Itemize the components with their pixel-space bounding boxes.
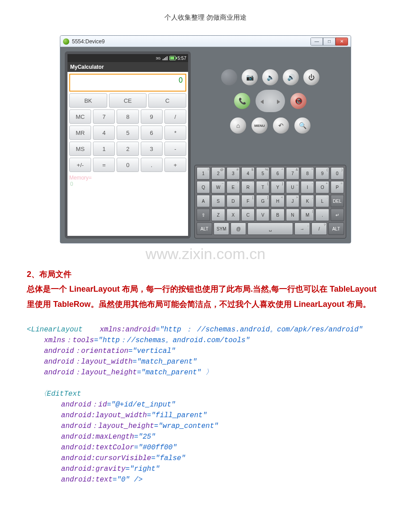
key-P[interactable]: P=: [331, 181, 344, 193]
call-button[interactable]: 📞: [234, 93, 250, 109]
hw-keyboard: 1!2@3#4$5%6^7&8*9(0)QW~E"R'T{Y}U_I-O+P=A…: [194, 165, 346, 239]
calc-button-7[interactable]: 7: [93, 109, 115, 124]
calc-button-BK[interactable]: BK: [69, 93, 107, 108]
key-⇧[interactable]: ⇧: [197, 209, 210, 221]
key-SYM[interactable]: SYM: [214, 222, 229, 235]
key-7[interactable]: 7&: [286, 167, 299, 180]
key-Q[interactable]: Q: [197, 181, 210, 193]
titlebar: 5554:Device9 — □ ✕: [60, 36, 351, 47]
key-.[interactable]: .: [315, 209, 329, 221]
spacer: [221, 69, 237, 85]
key-ALT[interactable]: ALT: [328, 222, 344, 235]
key-2[interactable]: 2@: [211, 167, 225, 180]
key-8[interactable]: 8*: [301, 167, 314, 180]
calc-button-6[interactable]: 6: [141, 126, 163, 140]
calc-button-4[interactable]: 4: [93, 126, 115, 140]
key-K[interactable]: K;: [301, 195, 314, 207]
calc-button-MS[interactable]: MS: [69, 142, 91, 156]
key-→[interactable]: →,: [294, 222, 310, 235]
key-T[interactable]: T{: [256, 181, 269, 193]
calc-button-x[interactable]: *: [164, 126, 186, 140]
key-5[interactable]: 5%: [256, 167, 269, 180]
key-6[interactable]: 6^: [271, 167, 284, 180]
network-icon: 3G: [156, 56, 161, 60]
minimize-button[interactable]: —: [310, 38, 323, 46]
calc-button-xxx[interactable]: +/-: [69, 158, 91, 172]
key-3[interactable]: 3#: [226, 167, 240, 180]
key-R[interactable]: R': [241, 181, 255, 193]
key-X[interactable]: X: [226, 209, 240, 221]
key-L[interactable]: L:: [315, 195, 329, 207]
key-M[interactable]: M|: [301, 209, 314, 221]
key-/[interactable]: /?: [311, 222, 327, 235]
key-H[interactable]: H<: [271, 195, 284, 207]
key-O[interactable]: O+: [315, 181, 329, 193]
key-Y[interactable]: Y}: [271, 181, 284, 193]
key-E[interactable]: E": [226, 181, 240, 193]
calc-display[interactable]: 0: [69, 74, 186, 92]
emulator-window: 5554:Device9 — □ ✕ 3G 5:57 MyCalculator …: [60, 35, 351, 243]
key-Z[interactable]: Z: [211, 209, 225, 221]
key-W[interactable]: W~: [211, 181, 225, 193]
key-ALT[interactable]: ALT: [197, 222, 212, 235]
key-0[interactable]: 0): [331, 167, 344, 180]
calc-button-1[interactable]: 1: [93, 142, 115, 156]
key-1[interactable]: 1!: [197, 167, 210, 180]
menu-button[interactable]: MENU: [252, 117, 268, 134]
volume-down-button[interactable]: 🔈: [262, 69, 278, 85]
window-title: 5554:Device9: [72, 38, 105, 45]
section-title: 2、布局文件: [27, 267, 384, 282]
key-J[interactable]: J>: [286, 195, 299, 207]
key-V[interactable]: V: [256, 209, 269, 221]
key-C[interactable]: C: [241, 209, 255, 221]
key-U[interactable]: U_: [286, 181, 299, 193]
calc-button-3[interactable]: 3: [141, 142, 163, 156]
close-button[interactable]: ✕: [336, 38, 348, 46]
calc-button-2[interactable]: 2: [117, 142, 138, 156]
calc-button-5[interactable]: 5: [117, 126, 138, 140]
calc-button-x[interactable]: =: [93, 158, 115, 172]
memory-value: 0: [70, 181, 186, 187]
end-call-button[interactable]: 📵: [290, 93, 306, 109]
camera-button[interactable]: 📷: [242, 69, 258, 85]
search-button[interactable]: 🔍: [294, 117, 310, 134]
device-frame: 3G 5:57 MyCalculator 0 BKCECMC789/MR456*…: [65, 51, 191, 239]
calc-button-0[interactable]: 0: [117, 158, 138, 172]
back-button[interactable]: ↶: [273, 117, 289, 134]
battery-icon: [169, 56, 176, 60]
key-F[interactable]: F[: [241, 195, 255, 207]
volume-up-button[interactable]: 🔊: [283, 69, 299, 85]
key-G[interactable]: G]: [256, 195, 269, 207]
key-␣[interactable]: ␣: [247, 222, 293, 235]
key-↵[interactable]: ↵: [331, 209, 344, 221]
key-4[interactable]: 4$: [241, 167, 255, 180]
power-button[interactable]: ⏻: [303, 69, 319, 85]
calc-button-C[interactable]: C: [148, 93, 186, 108]
calc-button-x[interactable]: +: [164, 158, 186, 172]
key-S[interactable]: S: [211, 195, 225, 207]
app-title: MyCalculator: [67, 62, 188, 72]
key-@[interactable]: @: [231, 222, 246, 235]
calc-button-x[interactable]: -: [164, 142, 186, 156]
calc-button-MC[interactable]: MC: [69, 109, 91, 124]
key-D[interactable]: D: [226, 195, 240, 207]
key-DEL[interactable]: DEL: [331, 195, 344, 207]
calc-button-x[interactable]: .: [141, 158, 163, 172]
hardware-panel: 📷 🔈 🔊 ⏻ 📞 📵 ⌂ MENU ↶ 🔍 1!2@3#4$5%6^7&8*9: [194, 51, 346, 239]
key-N[interactable]: N: [286, 209, 299, 221]
key-9[interactable]: 9(: [315, 167, 329, 180]
calc-button-x[interactable]: /: [164, 109, 186, 124]
calc-button-MR[interactable]: MR: [69, 126, 91, 140]
maximize-button[interactable]: □: [323, 38, 336, 46]
calc-button-CE[interactable]: CE: [109, 93, 147, 108]
xml-code-block: <LinearLayout xmlns:android="http ： //sc…: [27, 314, 384, 496]
key-A[interactable]: A: [197, 195, 210, 207]
android-icon: [63, 38, 69, 45]
watermark: www.zixin.com.cn: [27, 245, 384, 263]
calc-button-8[interactable]: 8: [117, 109, 138, 124]
key-B[interactable]: B: [271, 209, 284, 221]
key-I[interactable]: I-: [301, 181, 314, 193]
home-button[interactable]: ⌂: [230, 117, 246, 134]
calc-button-9[interactable]: 9: [141, 109, 163, 124]
dpad[interactable]: [256, 90, 285, 112]
